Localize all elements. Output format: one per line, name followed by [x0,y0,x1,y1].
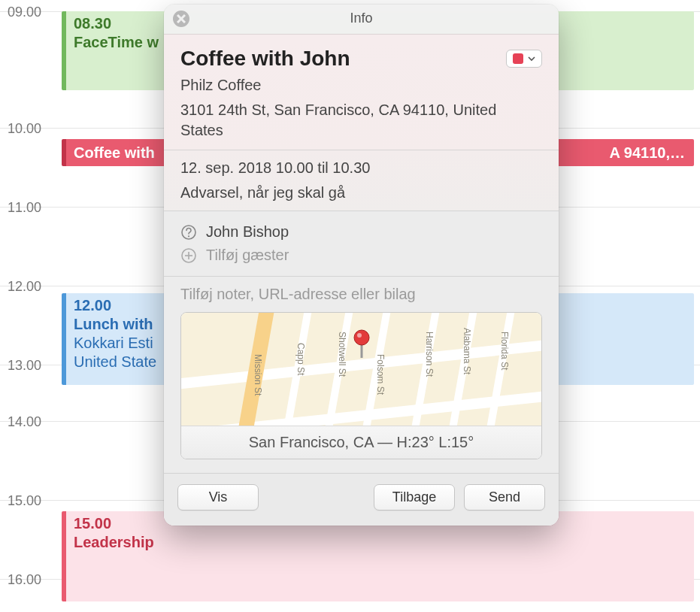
send-button[interactable]: Send [464,484,545,511]
svg-point-8 [354,330,369,345]
add-guests-label: Tilføj gæster [206,247,289,264]
event-title: Lunch with [74,316,153,332]
event-address-tail: A 94110,… [610,144,685,162]
event-location-address[interactable]: 3101 24th St, San Francisco, CA 94110, U… [180,100,542,141]
map-canvas: Mission St Capp St Shotwell St Folsom St… [181,313,541,426]
street-label: Folsom St [375,354,386,395]
chevron-down-icon [528,55,535,62]
popover-header: Info [164,5,559,34]
event-time: 15.00 [74,515,111,532]
section-guests: John Bishop Tilføj gæster [164,211,559,276]
hour-label: 12.00 [8,279,41,295]
event-title: FaceTime w [74,34,159,50]
map-weather-caption: San Francisco, CA — H:23° L:15° [181,426,541,459]
question-circle-icon [180,224,197,241]
section-notes: Tilføj noter, URL-adresse eller bilag Mi… [164,276,559,473]
hour-label: 15.00 [8,493,41,509]
street-label: Harrison St [424,332,435,377]
event-time: 08.30 [74,15,111,32]
hour-label: 09.00 [8,5,41,20]
plus-circle-icon [180,247,197,264]
event-subtitle: United State [74,353,156,370]
svg-point-3 [188,235,189,237]
location-map[interactable]: Mission St Capp St Shotwell St Folsom St… [180,312,542,459]
section-title: Coffee with John Philz Coffee 3101 24th … [164,34,559,150]
hour-label: 10.00 [8,121,41,137]
svg-point-9 [357,333,362,338]
close-icon [177,14,186,23]
popover-title: Info [350,11,372,26]
street-label: Shotwell St [337,332,347,377]
hour-label: 16.00 [8,572,41,588]
guest-row[interactable]: John Bishop [180,220,542,244]
section-datetime: 12. sep. 2018 10.00 til 10.30 Advarsel, … [164,150,559,211]
event-location-name[interactable]: Philz Coffee [180,75,542,95]
show-button[interactable]: Vis [177,484,259,511]
hour-label: 14.00 [8,414,41,430]
hour-label: 13.00 [8,358,41,374]
street-label: Capp St [295,343,306,375]
map-pin-icon [352,329,371,359]
event-alert[interactable]: Advarsel, når jeg skal gå [180,184,542,201]
notes-field[interactable]: Tilføj noter, URL-adresse eller bilag [180,286,542,303]
event-title: Leadership [74,534,154,550]
back-button[interactable]: Tilbage [374,484,455,511]
hour-label: 11.00 [8,200,41,216]
street-label: Mission St [253,354,263,395]
guest-name: John Bishop [206,223,289,241]
event-title: Coffee with [74,144,155,162]
add-guests-row[interactable]: Tilføj gæster [180,244,542,267]
street-label: Alabama St [462,328,472,374]
event-datetime[interactable]: 12. sep. 2018 10.00 til 10.30 [180,159,542,177]
event-time: 12.00 [74,297,111,314]
color-swatch-icon [513,53,523,64]
street-label: Florida St [499,332,510,370]
event-info-popover: Info Coffee with John Philz Coffee 3101 … [164,5,559,526]
calendar-color-picker[interactable] [506,50,542,68]
event-subtitle: Kokkari Esti [74,335,153,351]
section-buttons: Vis Tilbage Send [164,473,559,526]
close-button[interactable] [173,11,189,27]
event-title-field[interactable]: Coffee with John [180,47,542,71]
